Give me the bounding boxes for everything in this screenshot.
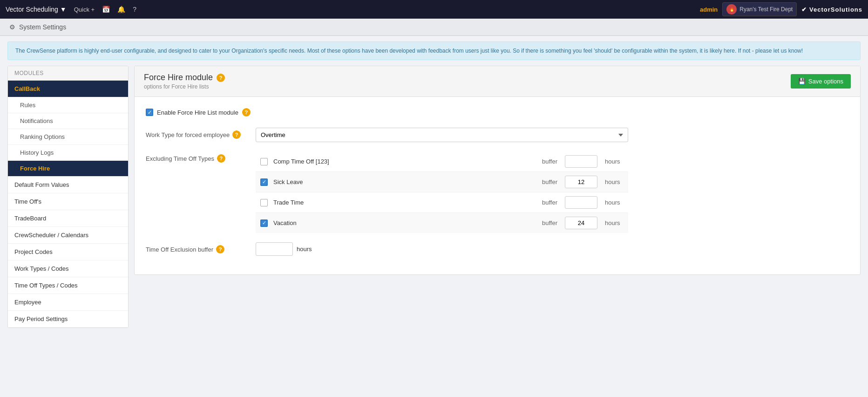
time-off-buffer-help-icon[interactable]: ?: [216, 245, 224, 253]
time-off-buffer-form-row: Time Off Exclusion buffer ? hours: [146, 242, 849, 256]
sidebar-item-pay-period-settings[interactable]: Pay Period Settings: [8, 311, 128, 328]
admin-label[interactable]: admin: [700, 6, 718, 13]
trade-time-buffer-label: buffer: [542, 199, 557, 206]
content-card: Force Hire module ? options for Force Hi…: [134, 66, 861, 275]
enable-help-icon[interactable]: ?: [242, 108, 251, 116]
save-icon: 💾: [798, 78, 806, 85]
time-off-buffer-label: Time Off Exclusion buffer ?: [146, 242, 248, 253]
sidebar-item-default-form-values[interactable]: Default Form Values: [8, 177, 128, 193]
save-options-button[interactable]: 💾 Save options: [791, 74, 851, 89]
module-help-icon[interactable]: ?: [217, 74, 225, 82]
vacation-buffer-input[interactable]: [565, 217, 597, 229]
enable-checkbox[interactable]: [146, 109, 153, 116]
time-off-buffer-input[interactable]: [256, 242, 293, 256]
vector-logo: ✔ VectorSolutions: [801, 6, 862, 13]
buffer-hours-label: hours: [297, 246, 312, 253]
enable-checkbox-row: Enable Force Hire List module ?: [146, 106, 849, 118]
settings-icon: ⚙: [9, 23, 15, 31]
work-type-label: Work Type for forced employee ?: [146, 128, 248, 139]
sidebar-item-history-logs[interactable]: History Logs: [8, 145, 128, 161]
sidebar-item-work-types-codes[interactable]: Work Types / Codes: [8, 260, 128, 277]
module-title-row: Force Hire module ?: [144, 73, 225, 82]
content-body: Enable Force Hire List module ? Work Typ…: [135, 97, 860, 274]
excluding-help-icon[interactable]: ?: [217, 154, 225, 163]
page-header: ⚙ System Settings: [0, 19, 868, 36]
trade-time-checkbox[interactable]: [260, 199, 268, 206]
enable-form-row: Enable Force Hire List module ?: [146, 106, 849, 118]
vacation-checkbox[interactable]: [260, 219, 268, 227]
sick-leave-checkbox[interactable]: [260, 178, 268, 186]
content-card-header: Force Hire module ? options for Force Hi…: [135, 66, 860, 97]
timeoff-row-comp: Comp Time Off [123] buffer hours: [256, 151, 628, 172]
dept-name: Ryan's Test Fire Dept: [739, 6, 793, 13]
sidebar-item-tradeboard[interactable]: TradeBoard: [8, 210, 128, 227]
comp-time-name: Comp Time Off [123]: [273, 158, 536, 165]
sidebar-item-rules[interactable]: Rules: [8, 97, 128, 113]
sidebar-item-time-offs[interactable]: Time Off's: [8, 193, 128, 210]
sidebar: Modules CallBack Rules Notifications Ran…: [7, 66, 129, 328]
work-type-dropdown[interactable]: Overtime Regular Holiday Callback: [256, 128, 628, 142]
work-type-control: Overtime Regular Holiday Callback: [256, 128, 849, 142]
time-off-buffer-control: hours: [256, 242, 849, 256]
excluding-control: Comp Time Off [123] buffer hours Sick Le…: [256, 151, 849, 233]
trade-time-hours-label: hours: [605, 199, 624, 206]
comp-time-buffer-input[interactable]: [565, 155, 597, 168]
user-section: admin 🔥 Ryan's Test Fire Dept ✔ VectorSo…: [700, 2, 862, 16]
save-button-label: Save options: [808, 78, 843, 85]
sidebar-item-notifications[interactable]: Notifications: [8, 113, 128, 129]
module-title: Force Hire module: [144, 73, 213, 82]
sidebar-item-ranking-options[interactable]: Ranking Options: [8, 129, 128, 145]
brand-logo[interactable]: Vector Scheduling ▼: [6, 6, 67, 13]
timeoff-row-sick: Sick Leave buffer hours: [256, 172, 628, 192]
dept-icon: 🔥: [726, 4, 737, 14]
sick-leave-buffer-label: buffer: [542, 178, 557, 185]
vacation-buffer-label: buffer: [542, 219, 557, 226]
sidebar-item-crewscheduler[interactable]: CrewScheduler / Calendars: [8, 227, 128, 244]
vacation-name: Vacation: [273, 219, 536, 226]
timeoff-row-vacation: Vacation buffer hours: [256, 213, 628, 233]
main-layout: Modules CallBack Rules Notifications Ran…: [7, 66, 861, 328]
brand-name: Vector Scheduling: [6, 6, 58, 13]
sick-leave-hours-label: hours: [605, 178, 624, 185]
vacation-hours-label: hours: [605, 219, 624, 226]
sick-leave-name: Sick Leave: [273, 178, 536, 185]
dept-badge[interactable]: 🔥 Ryan's Test Fire Dept: [722, 2, 797, 16]
trade-time-buffer-input[interactable]: [565, 196, 597, 209]
work-type-help-icon[interactable]: ?: [232, 130, 241, 139]
sick-leave-buffer-input[interactable]: [565, 176, 597, 188]
excluding-label: Excluding Time Off Types ?: [146, 151, 248, 163]
page-title: System Settings: [19, 23, 66, 31]
sidebar-item-force-hire[interactable]: Force Hire: [8, 161, 128, 177]
sidebar-item-project-codes[interactable]: Project Codes: [8, 244, 128, 260]
top-navigation: Vector Scheduling ▼ Quick + 📅 🔔 ? admin …: [0, 0, 868, 19]
info-banner: The CrewSense platform is highly end-use…: [7, 41, 861, 60]
enable-label: Enable Force Hire List module: [157, 109, 238, 116]
excluding-form-row: Excluding Time Off Types ? Comp Time Off…: [146, 151, 849, 233]
sidebar-item-callback[interactable]: CallBack: [8, 81, 128, 97]
trade-time-name: Trade Time: [273, 199, 536, 206]
quick-menu[interactable]: Quick +: [74, 6, 95, 13]
enable-control-area: Enable Force Hire List module ?: [146, 106, 849, 118]
timeoff-table: Comp Time Off [123] buffer hours Sick Le…: [256, 151, 628, 233]
comp-time-buffer-label: buffer: [542, 158, 557, 165]
help-icon[interactable]: ?: [133, 6, 136, 13]
content-area: Force Hire module ? options for Force Hi…: [134, 66, 861, 328]
comp-time-hours-label: hours: [605, 158, 624, 165]
work-type-form-row: Work Type for forced employee ? Overtime…: [146, 128, 849, 142]
comp-time-checkbox[interactable]: [260, 158, 268, 165]
content-card-title-area: Force Hire module ? options for Force Hi…: [144, 73, 225, 90]
module-subtitle: options for Force Hire lists: [144, 83, 225, 90]
timeoff-row-trade: Trade Time buffer hours: [256, 192, 628, 213]
calendar-icon[interactable]: 📅: [102, 6, 110, 13]
sidebar-item-employee[interactable]: Employee: [8, 294, 128, 311]
bell-icon[interactable]: 🔔: [117, 6, 125, 13]
brand-caret: ▼: [60, 6, 67, 13]
sidebar-item-time-off-types-codes[interactable]: Time Off Types / Codes: [8, 277, 128, 294]
sidebar-section-title: Modules: [8, 66, 128, 81]
buffer-input-row: hours: [256, 242, 849, 256]
